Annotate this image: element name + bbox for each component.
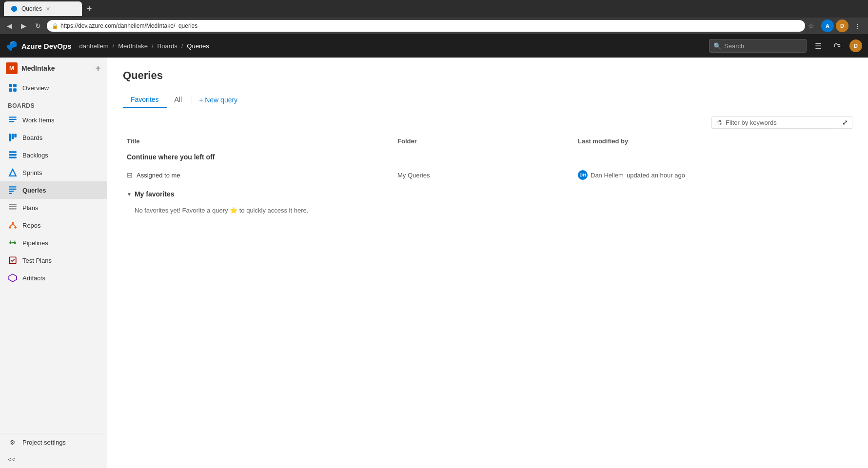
svg-rect-13	[9, 156, 17, 158]
app-name: Azure DevOps	[21, 42, 72, 50]
page-title: Queries	[123, 69, 852, 82]
sidebar-item-backlogs[interactable]: Backlogs	[0, 146, 107, 164]
search-box[interactable]: 🔍 Search	[709, 39, 807, 53]
app-header: Azure DevOps danhellem / MedIntake / Boa…	[0, 34, 868, 58]
forward-button[interactable]: ▶	[18, 21, 29, 31]
breadcrumb-boards[interactable]: Boards	[158, 42, 178, 50]
tab-divider	[192, 95, 192, 105]
back-button[interactable]: ◀	[4, 21, 15, 31]
pipelines-icon	[8, 238, 18, 248]
query-row-modified-cell: DH Dan Hellem updated an hour ago	[578, 170, 848, 180]
breadcrumb-queries: Queries	[187, 42, 209, 50]
project-header: M MedIntake +	[0, 58, 107, 79]
query-modifier-avatar: DH	[578, 170, 588, 180]
boards-group-label: Boards	[8, 102, 35, 109]
svg-rect-6	[9, 119, 17, 120]
tab-close-button[interactable]: ✕	[46, 6, 50, 12]
breadcrumb-medintake[interactable]: MedIntake	[118, 42, 148, 50]
sidebar-item-plans[interactable]: Plans	[0, 199, 107, 216]
svg-rect-1	[9, 84, 12, 87]
repos-label: Repos	[22, 222, 41, 229]
browser-profile-avatar[interactable]: D	[836, 20, 848, 32]
svg-rect-7	[9, 121, 14, 122]
address-bar: ◀ ▶ ↻ 🔒 https://dev.azure.com/danhellem/…	[0, 18, 868, 34]
svg-point-23	[9, 226, 11, 229]
svg-rect-8	[9, 134, 11, 141]
queries-label: Queries	[22, 187, 46, 194]
tab-all-label: All	[175, 96, 182, 103]
sidebar-bottom: ⚙ Project settings <<	[0, 433, 107, 468]
project-settings-button[interactable]: ⚙ Project settings	[0, 433, 107, 451]
user-avatar[interactable]: D	[849, 39, 862, 52]
tab-favicon-icon	[11, 5, 18, 12]
artifacts-icon	[8, 273, 18, 283]
table-header: Title Folder Last modified by	[123, 135, 852, 148]
sidebar-item-work-items[interactable]: Work Items	[0, 111, 107, 129]
column-title: Title	[127, 137, 397, 145]
no-favorites-message: No favorites yet! Favorite a query ⭐ to …	[123, 202, 852, 219]
notifications-icon-button[interactable]: 🛍	[830, 38, 846, 54]
azure-devops-logo-icon	[6, 40, 18, 52]
sidebar-item-queries[interactable]: Queries	[0, 181, 107, 199]
filter-bar: ⚗ Filter by keywords ⤢	[123, 116, 852, 129]
svg-rect-21	[9, 208, 17, 209]
tab-favorites-label: Favorites	[131, 96, 159, 103]
no-favorites-text: No favorites yet! Favorite a query ⭐ to …	[135, 207, 308, 214]
app-body: M MedIntake + Overview Boards	[0, 58, 868, 468]
breadcrumb-danhellem[interactable]: danhellem	[79, 42, 109, 50]
sidebar: M MedIntake + Overview Boards	[0, 58, 107, 468]
queries-icon	[8, 185, 18, 195]
sidebar-item-repos[interactable]: Repos	[0, 216, 107, 234]
column-modified: Last modified by	[578, 137, 848, 145]
settings-icon-button[interactable]: ☰	[810, 38, 826, 54]
svg-rect-18	[9, 193, 12, 194]
tab-favorites[interactable]: Favorites	[123, 92, 167, 108]
svg-rect-15	[9, 186, 17, 187]
expand-filter-button[interactable]: ⤢	[838, 116, 852, 129]
query-title-text: Assigned to me	[137, 172, 180, 179]
sidebar-item-test-plans[interactable]: Test Plans	[0, 252, 107, 269]
active-tab[interactable]: Queries ✕	[4, 1, 82, 16]
backlogs-label: Backlogs	[22, 152, 48, 159]
project-initial: M	[9, 65, 14, 72]
test-plans-label: Test Plans	[22, 257, 52, 264]
sidebar-item-sprints[interactable]: Sprints	[0, 164, 107, 181]
add-project-button[interactable]: +	[95, 63, 101, 74]
refresh-button[interactable]: ↻	[32, 21, 44, 31]
browser-account-avatar[interactable]: A	[821, 20, 834, 32]
sidebar-item-boards-header[interactable]: Boards	[0, 97, 107, 111]
svg-marker-14	[9, 169, 16, 176]
settings-icon: ⚙	[8, 437, 18, 447]
filter-icon: ⚗	[717, 119, 723, 126]
app-logo: Azure DevOps	[6, 40, 72, 52]
bookmark-button[interactable]: ☆	[808, 22, 814, 30]
sidebar-collapse-button[interactable]: <<	[0, 451, 107, 468]
url-field[interactable]: 🔒 https://dev.azure.com/danhellem/MedInt…	[47, 20, 805, 32]
table-row[interactable]: ⊟ Assigned to me My Queries DH Dan Helle…	[123, 166, 852, 184]
my-favorites-label: My favorites	[135, 190, 175, 198]
my-favorites-toggle[interactable]: ▼ My favorites	[123, 186, 852, 202]
svg-point-0	[11, 6, 17, 12]
svg-rect-5	[9, 117, 17, 117]
new-tab-button[interactable]: +	[84, 4, 95, 14]
lock-icon: 🔒	[52, 23, 59, 29]
sidebar-item-artifacts[interactable]: Artifacts	[0, 269, 107, 287]
svg-rect-19	[9, 204, 17, 205]
tab-bar: Queries ✕ +	[0, 0, 868, 18]
new-query-button[interactable]: + New query	[194, 93, 242, 107]
browser-menu-button[interactable]: ⋮	[850, 20, 864, 32]
url-text: https://dev.azure.com/danhellem/MedIntak…	[60, 22, 197, 29]
my-favorites-section: ▼ My favorites No favorites yet! Favorit…	[123, 186, 852, 219]
sidebar-item-boards[interactable]: Boards	[0, 129, 107, 146]
filter-input[interactable]: ⚗ Filter by keywords	[711, 116, 838, 129]
svg-rect-12	[9, 154, 17, 156]
query-modifier-time: updated an hour ago	[627, 172, 685, 179]
new-query-label: + New query	[199, 96, 237, 104]
tab-all[interactable]: All	[167, 92, 190, 108]
sidebar-item-overview[interactable]: Overview	[0, 79, 107, 97]
svg-rect-17	[9, 191, 14, 192]
test-plans-icon	[8, 255, 18, 265]
chevron-down-icon: ▼	[127, 192, 132, 197]
plans-label: Plans	[22, 204, 39, 212]
sidebar-item-pipelines[interactable]: Pipelines	[0, 234, 107, 252]
